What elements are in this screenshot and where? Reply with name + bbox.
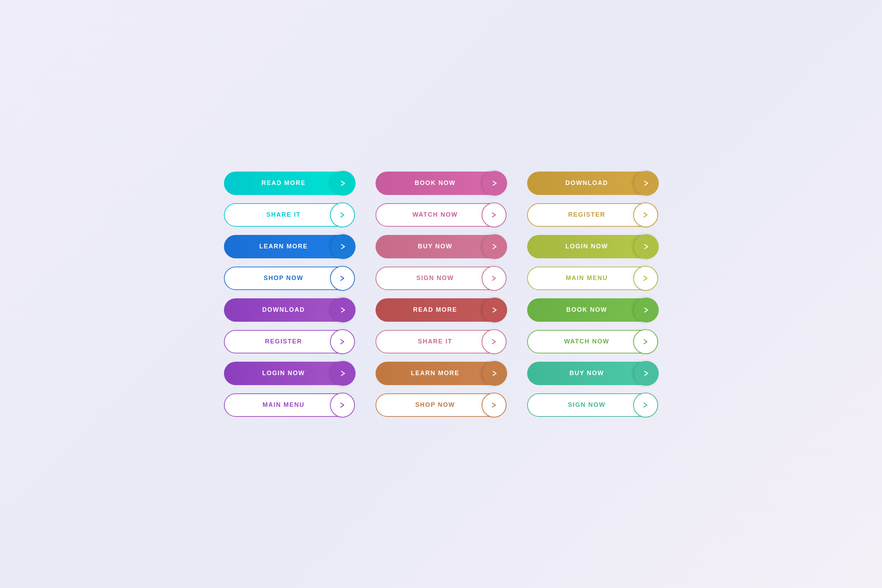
- button-wrapper: SHOP NOW: [224, 266, 355, 291]
- arrow-icon: [331, 234, 356, 259]
- column-col2: BOOK NOW WATCH NOW BUY NOW SIGN NOW READ…: [375, 171, 507, 417]
- arrow-icon: [331, 298, 356, 322]
- button-wrapper: READ MORE: [375, 298, 507, 322]
- arrow-icon: [482, 234, 507, 259]
- button-wrapper: BOOK NOW: [527, 298, 658, 322]
- arrow-icon: [633, 329, 658, 354]
- buy-now-button[interactable]: BUY NOW: [375, 235, 507, 258]
- button-wrapper: REGISTER: [224, 329, 355, 354]
- shop-now-button[interactable]: SHOP NOW: [375, 393, 507, 417]
- login-now-button[interactable]: LOGIN NOW: [527, 235, 658, 258]
- sign-now-button[interactable]: SIGN NOW: [527, 393, 658, 417]
- arrow-icon: [330, 393, 355, 417]
- read-more-button[interactable]: READ MORE: [375, 298, 507, 322]
- arrow-icon: [634, 361, 659, 386]
- arrow-icon: [331, 361, 356, 386]
- watch-now-button[interactable]: WATCH NOW: [375, 203, 507, 226]
- button-wrapper: SHARE IT: [375, 329, 507, 354]
- button-wrapper: READ MORE: [224, 171, 355, 196]
- column-col1: READ MORE SHARE IT LEARN MORE SHOP NOW D…: [224, 171, 355, 417]
- button-wrapper: BOOK NOW: [375, 171, 507, 196]
- arrow-icon: [482, 361, 507, 386]
- arrow-icon: [482, 171, 507, 196]
- button-wrapper: MAIN MENU: [224, 393, 355, 417]
- learn-more-button[interactable]: LEARN MORE: [224, 235, 355, 258]
- learn-more-button[interactable]: LEARN MORE: [375, 362, 507, 385]
- book-now-button[interactable]: BOOK NOW: [375, 171, 507, 195]
- login-now-button[interactable]: LOGIN NOW: [224, 362, 355, 385]
- main-menu-button[interactable]: MAIN MENU: [224, 393, 355, 417]
- button-wrapper: REGISTER: [527, 202, 658, 227]
- button-wrapper: SHOP NOW: [375, 393, 507, 417]
- read-more-button[interactable]: READ MORE: [224, 171, 355, 195]
- arrow-icon: [330, 329, 355, 354]
- buy-now-button[interactable]: BUY NOW: [527, 362, 658, 385]
- main-menu-button[interactable]: MAIN MENU: [527, 267, 658, 290]
- watch-now-button[interactable]: WATCH NOW: [527, 330, 658, 353]
- arrow-icon: [331, 171, 356, 196]
- button-wrapper: BUY NOW: [527, 361, 658, 386]
- button-wrapper: LEARN MORE: [224, 234, 355, 259]
- download-button[interactable]: DOWNLOAD: [527, 171, 658, 195]
- button-wrapper: WATCH NOW: [527, 329, 658, 354]
- arrow-icon: [482, 202, 507, 227]
- button-wrapper: LOGIN NOW: [224, 361, 355, 386]
- arrow-icon: [482, 329, 507, 354]
- column-col3: DOWNLOAD REGISTER LOGIN NOW MAIN MENU BO…: [527, 171, 658, 417]
- arrow-icon: [482, 266, 507, 291]
- button-wrapper: DOWNLOAD: [224, 298, 355, 322]
- book-now-button[interactable]: BOOK NOW: [527, 298, 658, 322]
- arrow-icon: [633, 393, 658, 417]
- arrow-icon: [330, 266, 355, 291]
- arrow-icon: [634, 171, 659, 196]
- shop-now-button[interactable]: SHOP NOW: [224, 267, 355, 290]
- sign-now-button[interactable]: SIGN NOW: [375, 267, 507, 290]
- arrow-icon: [330, 202, 355, 227]
- arrow-icon: [633, 202, 658, 227]
- arrow-icon: [633, 266, 658, 291]
- register-button[interactable]: REGISTER: [224, 330, 355, 353]
- button-wrapper: LEARN MORE: [375, 361, 507, 386]
- button-wrapper: LOGIN NOW: [527, 234, 658, 259]
- button-wrapper: MAIN MENU: [527, 266, 658, 291]
- button-wrapper: DOWNLOAD: [527, 171, 658, 196]
- arrow-icon: [634, 234, 659, 259]
- share-it-button[interactable]: SHARE IT: [375, 330, 507, 353]
- arrow-icon: [634, 298, 659, 322]
- button-wrapper: WATCH NOW: [375, 202, 507, 227]
- button-wrapper: SIGN NOW: [375, 266, 507, 291]
- arrow-icon: [482, 298, 507, 322]
- share-it-button[interactable]: SHARE IT: [224, 203, 355, 226]
- button-wrapper: SIGN NOW: [527, 393, 658, 417]
- button-wrapper: BUY NOW: [375, 234, 507, 259]
- button-grid: READ MORE SHARE IT LEARN MORE SHOP NOW D…: [203, 150, 679, 438]
- button-wrapper: SHARE IT: [224, 202, 355, 227]
- arrow-icon: [482, 393, 507, 417]
- download-button[interactable]: DOWNLOAD: [224, 298, 355, 322]
- register-button[interactable]: REGISTER: [527, 203, 658, 226]
